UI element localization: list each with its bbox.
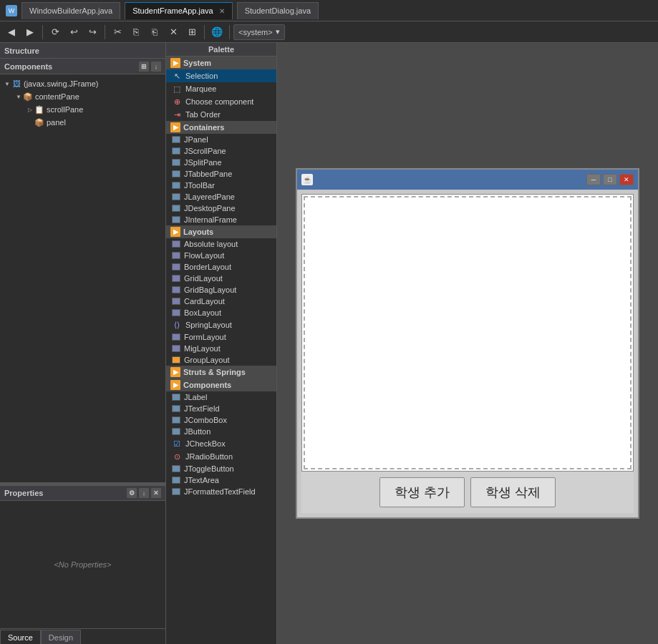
toolbar-grid-btn[interactable]: ⊞ [183, 24, 200, 41]
toolbar-undo-btn[interactable]: ↩ [65, 24, 82, 41]
add-student-button[interactable]: 학생 추가 [379, 477, 465, 507]
palette-item-gridlayout[interactable]: GridLayout [166, 273, 276, 284]
palette-section-system[interactable]: ▶ System [166, 57, 276, 69]
palette-item-absolute[interactable]: Absolute layout [166, 238, 276, 250]
palette-item-borderlayout-icon [172, 263, 180, 270]
palette-item-jradiobutton-label: JRadioButton [185, 452, 233, 461]
palette-item-jcheckbox[interactable]: ☑ JCheckBox [166, 437, 276, 450]
properties-icon-1[interactable]: ⚙ [127, 488, 137, 498]
toolbar-back-btn[interactable]: ◀ [3, 24, 20, 41]
source-tab-design[interactable]: Design [41, 630, 81, 644]
palette-item-choose[interactable]: ⊕ Choose component [166, 95, 276, 108]
palette-section-layouts[interactable]: ▶ Layouts [166, 225, 276, 238]
palette-item-jlabel[interactable]: JLabel [166, 391, 276, 403]
tab-studentframe[interactable]: StudentFrameApp.java ✕ [125, 2, 233, 19]
palette-section-system-icon: ▶ [170, 58, 180, 68]
palette-item-jcombobox[interactable]: JComboBox [166, 414, 276, 426]
toolbar-paste-btn[interactable]: ⎗ [146, 24, 163, 41]
palette-section-containers[interactable]: ▶ Containers [166, 121, 276, 134]
palette-item-jtoolbar-icon [172, 182, 180, 189]
palette-item-boxlayout-icon [172, 309, 180, 316]
palette-item-jlayeredpane[interactable]: JLayeredPane [166, 191, 276, 203]
tree-arrow-scrollpane[interactable]: ▷ [26, 105, 34, 114]
palette-item-jlabel-icon [172, 394, 180, 401]
palette-section-containers-icon: ▶ [170, 122, 180, 132]
jframe-button-area: 학생 추가 학생 삭제 [301, 472, 634, 513]
palette-item-jtextfield[interactable]: JTextField [166, 403, 276, 414]
source-tab-source-label: Source [8, 633, 33, 642]
palette-item-jformattedtextfield[interactable]: JFormattedTextField [166, 486, 276, 497]
palette-item-formlayout[interactable]: FormLayout [166, 331, 276, 343]
palette-item-jtextarea[interactable]: JTextArea [166, 474, 276, 486]
palette-section-components[interactable]: ▶ Components [166, 379, 276, 391]
palette-item-springlayout[interactable]: ⟨⟩ SpringLayout [166, 318, 276, 331]
delete-student-button[interactable]: 학생 삭제 [470, 477, 556, 507]
palette-item-flowlayout-label: FlowLayout [184, 251, 224, 260]
palette-item-cardlayout[interactable]: CardLayout [166, 296, 276, 307]
palette-item-jbutton[interactable]: JButton [166, 426, 276, 437]
palette-item-borderlayout[interactable]: BorderLayout [166, 261, 276, 273]
palette-section-struts[interactable]: ▶ Struts & Springs [166, 366, 276, 379]
jframe-minimize-btn[interactable]: ─ [586, 174, 601, 185]
jframe-maximize-btn[interactable]: □ [603, 174, 617, 185]
palette-section-struts-label: Struts & Springs [183, 368, 246, 376]
palette-item-selection[interactable]: ↖ Selection [166, 69, 276, 82]
tree-label-scrollpane: scrollPane [47, 105, 83, 114]
palette-item-jtoolbar[interactable]: JToolBar [166, 180, 276, 191]
palette-item-grouplayout-icon [172, 356, 180, 364]
jframe-title-icon: ☕ [301, 174, 313, 185]
properties-icon-2[interactable]: ↓ [139, 488, 149, 498]
palette-item-jsplitpane[interactable]: JSplitPane [166, 157, 276, 168]
properties-icon-3[interactable]: ✕ [151, 488, 161, 498]
toolbar-forward-btn[interactable]: ▶ [21, 24, 39, 41]
palette-item-jcheckbox-icon: ☑ [172, 439, 182, 449]
palette-item-jtextarea-label: JTextArea [184, 476, 219, 484]
source-tab-source[interactable]: Source [0, 630, 41, 644]
toolbar-copy-btn[interactable]: ⎘ [127, 24, 145, 41]
toolbar-globe-btn[interactable]: 🌐 [208, 24, 226, 41]
palette-item-flowlayout[interactable]: FlowLayout [166, 250, 276, 261]
palette-item-jpanel[interactable]: JPanel [166, 134, 276, 145]
tree-label-jframe: (javax.swing.JFrame) [24, 79, 99, 88]
palette-item-taborder[interactable]: ⇥ Tab Order [166, 108, 276, 121]
palette-item-flowlayout-icon [172, 252, 180, 259]
palette-item-jtogglebutton[interactable]: JToggleButton [166, 463, 276, 474]
tab-windowbuilder[interactable]: WindowBuilderApp.java [21, 2, 120, 19]
palette-item-gridbaglayout[interactable]: GridBagLayout [166, 284, 276, 296]
tree-item-jframe[interactable]: ▼ 🖼 (javax.swing.JFrame) [0, 77, 165, 90]
toolbar-refresh-btn[interactable]: ⟳ [47, 24, 64, 41]
palette-item-miglayout[interactable]: MigLayout [166, 343, 276, 354]
properties-header: Properties ⚙ ↓ ✕ [0, 485, 165, 501]
components-icon-2[interactable]: ↓ [151, 62, 161, 72]
palette-item-absolute-label: Absolute layout [184, 240, 238, 248]
toolbar-delete-btn[interactable]: ✕ [165, 24, 182, 41]
palette-item-jtogglebutton-icon [172, 465, 180, 472]
palette-item-jinternalframe[interactable]: JInternalFrame [166, 214, 276, 225]
palette-item-grouplayout[interactable]: GroupLayout [166, 354, 276, 366]
palette-item-jscrollpane[interactable]: JScrollPane [166, 145, 276, 157]
properties-content: <No Properties> [0, 501, 165, 628]
tab-studentdialog-label: StudentDialog.java [245, 6, 311, 15]
components-icon-1[interactable]: ⊞ [139, 62, 149, 72]
tree-arrow-contentpane[interactable]: ▼ [14, 92, 23, 101]
palette-item-springlayout-icon: ⟨⟩ [172, 320, 182, 330]
palette-item-jdesktoppane[interactable]: JDesktopPane [166, 203, 276, 214]
palette-item-marquee[interactable]: ⬚ Marquee [166, 82, 276, 95]
tree-arrow-jframe[interactable]: ▼ [3, 79, 11, 88]
tab-studentframe-close[interactable]: ✕ [219, 7, 225, 15]
palette-item-jradiobutton[interactable]: ⊙ JRadioButton [166, 450, 276, 463]
toolbar-redo-btn[interactable]: ↪ [84, 24, 101, 41]
tree-item-contentpane[interactable]: ▼ 📦 contentPane [0, 90, 165, 103]
palette-item-jtabbedpane[interactable]: JTabbedPane [166, 168, 276, 180]
palette-item-jlayeredpane-label: JLayeredPane [184, 192, 235, 201]
components-header-icons: ⊞ ↓ [139, 62, 161, 72]
tree-item-panel[interactable]: ▷ 📦 panel [0, 116, 165, 129]
palette-item-boxlayout[interactable]: BoxLayout [166, 307, 276, 318]
palette-item-jtextfield-icon [172, 405, 180, 412]
toolbar-cut-btn[interactable]: ✂ [109, 24, 126, 41]
palette-item-jlabel-label: JLabel [184, 393, 207, 401]
jframe-close-btn[interactable]: ✕ [619, 174, 634, 185]
tree-item-scrollpane[interactable]: ▷ 📋 scrollPane [0, 103, 165, 116]
toolbar-system-dropdown[interactable]: <system> ▾ [233, 24, 285, 40]
tab-studentdialog[interactable]: StudentDialog.java [237, 2, 319, 19]
